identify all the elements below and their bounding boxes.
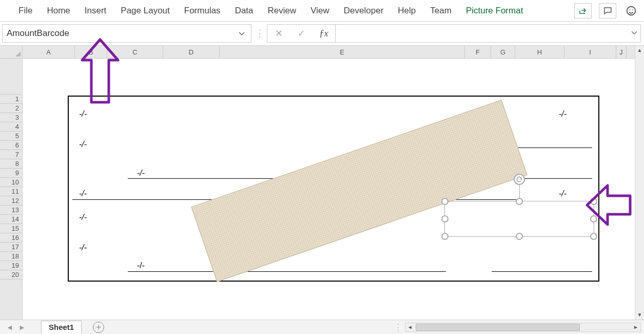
- column-header[interactable]: J: [616, 46, 627, 58]
- row-header[interactable]: 12: [0, 196, 22, 206]
- formula-bar-row: AmountBarcode ⋮ ✕ ✓ ƒx: [0, 22, 644, 46]
- resize-handle[interactable]: [441, 215, 448, 222]
- column-header[interactable]: D: [163, 46, 220, 58]
- sheet-canvas[interactable]: -/- -/- -/- -/- -/- -/- -/- -/- -/- -/- …: [23, 59, 635, 320]
- tab-page-layout[interactable]: Page Layout: [113, 0, 177, 22]
- row-header[interactable]: 7: [0, 150, 22, 159]
- svg-point-0: [627, 7, 636, 15]
- row-header[interactable]: 6: [0, 140, 22, 150]
- tab-insert[interactable]: Insert: [77, 0, 114, 22]
- smile-icon[interactable]: [623, 3, 639, 18]
- row-header[interactable]: 10: [0, 177, 22, 187]
- tab-split-grip[interactable]: ⋮: [394, 322, 401, 333]
- tab-help[interactable]: Help: [391, 0, 423, 22]
- sheet-tab-bar: ◄ ► Sheet1 + ⋮ ◄ ►: [0, 320, 644, 334]
- row-header[interactable]: 16: [0, 233, 22, 243]
- placeholder-text: -/-: [79, 189, 87, 198]
- resize-handle[interactable]: [441, 233, 448, 240]
- formula-bar-controls: ✕ ✓ ƒx: [267, 24, 336, 43]
- placeholder-text: -/-: [79, 243, 87, 252]
- tab-review[interactable]: Review: [261, 0, 304, 22]
- row-header[interactable]: 9: [0, 168, 22, 178]
- tab-picture-format[interactable]: Picture Format: [459, 0, 530, 22]
- scroll-left-icon[interactable]: ◄: [405, 324, 415, 330]
- row-header[interactable]: 1: [0, 94, 22, 104]
- svg-point-2: [632, 9, 633, 10]
- row-header[interactable]: 11: [0, 187, 22, 196]
- column-header[interactable]: E: [220, 46, 465, 58]
- horizontal-scrollbar[interactable]: ◄ ►: [405, 323, 641, 332]
- column-header[interactable]: G: [491, 46, 515, 58]
- ribbon-tabs: File Home Insert Page Layout Formulas Da…: [0, 0, 644, 22]
- placeholder-text: -/-: [79, 140, 87, 149]
- worksheet-area: ABCDEFGHIJ 12345678910111213141516171819…: [0, 46, 644, 320]
- row-header[interactable]: 17: [0, 242, 22, 252]
- resize-handle[interactable]: [516, 233, 523, 240]
- name-box-value: AmountBarcode: [7, 28, 69, 39]
- tab-data[interactable]: Data: [228, 0, 261, 22]
- name-box[interactable]: AmountBarcode: [2, 24, 251, 43]
- tab-team[interactable]: Team: [423, 0, 459, 22]
- placeholder-text: -/-: [137, 169, 145, 178]
- add-sheet-button[interactable]: +: [93, 322, 104, 333]
- row-header[interactable]: 13: [0, 205, 22, 215]
- resize-handle[interactable]: [441, 198, 448, 205]
- comments-icon[interactable]: [599, 3, 616, 18]
- sheet-nav-next-icon[interactable]: ►: [17, 323, 27, 331]
- row-header[interactable]: 14: [0, 214, 22, 224]
- tab-view[interactable]: View: [303, 0, 337, 22]
- row-header[interactable]: 8: [0, 159, 22, 169]
- placeholder-text: -/-: [559, 109, 567, 119]
- selected-object-amountbarcode[interactable]: [444, 201, 594, 237]
- name-box-dropdown-icon[interactable]: [239, 28, 245, 39]
- row-header[interactable]: 20: [0, 270, 22, 280]
- fx-icon[interactable]: ƒx: [313, 28, 335, 39]
- accept-formula-icon: ✓: [290, 28, 313, 39]
- resize-handle[interactable]: [590, 198, 597, 205]
- share-icon[interactable]: [574, 3, 592, 18]
- row-header[interactable]: 19: [0, 261, 22, 270]
- column-header[interactable]: B: [75, 46, 107, 58]
- placeholder-text: -/-: [79, 213, 87, 222]
- column-header[interactable]: I: [564, 46, 616, 58]
- row-headers[interactable]: 1234567891011121314151617181920: [0, 59, 23, 320]
- placeholder-text: -/-: [559, 189, 567, 198]
- tab-formulas[interactable]: Formulas: [177, 0, 228, 22]
- tab-file[interactable]: File: [11, 0, 40, 22]
- column-header[interactable]: F: [465, 46, 491, 58]
- rotate-handle-icon[interactable]: [514, 174, 525, 185]
- row-header[interactable]: 4: [0, 122, 22, 132]
- underline: [492, 271, 592, 272]
- sheet-tab-sheet1[interactable]: Sheet1: [41, 321, 82, 334]
- resize-handle[interactable]: [590, 215, 597, 222]
- placeholder-text: -/-: [79, 109, 87, 119]
- column-header[interactable]: H: [515, 46, 564, 58]
- scroll-thumb[interactable]: [416, 324, 580, 331]
- scroll-down-icon[interactable]: ▼: [635, 310, 644, 320]
- cancel-formula-icon: ✕: [267, 28, 290, 39]
- underline: [128, 271, 446, 272]
- formula-bar-expand-icon[interactable]: [631, 29, 637, 36]
- vertical-scrollbar[interactable]: ▲ ▼: [635, 46, 644, 320]
- column-header[interactable]: C: [107, 46, 163, 58]
- placeholder-text: -/-: [137, 261, 145, 270]
- tab-developer[interactable]: Developer: [337, 0, 391, 22]
- resize-handle[interactable]: [590, 233, 597, 240]
- row-header[interactable]: 2: [0, 103, 22, 113]
- formula-input[interactable]: [336, 24, 641, 43]
- row-header[interactable]: 5: [0, 131, 22, 141]
- row-header[interactable]: 15: [0, 224, 22, 233]
- column-headers[interactable]: ABCDEFGHIJ: [23, 46, 635, 59]
- row-header[interactable]: 3: [0, 113, 22, 122]
- column-header[interactable]: A: [23, 46, 75, 58]
- resize-handle[interactable]: [516, 198, 523, 205]
- scroll-up-icon[interactable]: ▲: [635, 46, 644, 55]
- select-all-corner[interactable]: [0, 46, 23, 59]
- svg-point-1: [629, 9, 630, 10]
- sheet-nav-prev-icon[interactable]: ◄: [5, 323, 14, 331]
- row-header[interactable]: 18: [0, 251, 22, 261]
- scroll-right-icon[interactable]: ►: [631, 324, 640, 330]
- formula-bar-resize-grip[interactable]: ⋮: [251, 28, 267, 39]
- tab-home[interactable]: Home: [40, 0, 77, 22]
